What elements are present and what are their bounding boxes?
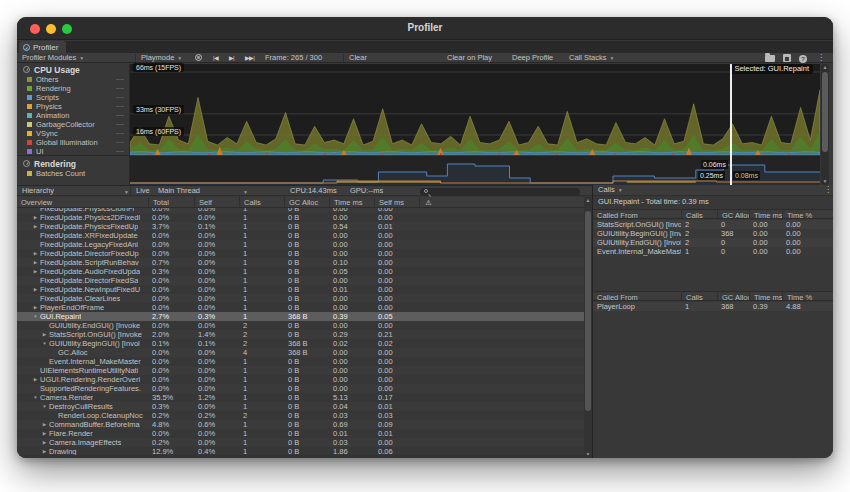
column-header-called-from[interactable]: Called From [593, 292, 681, 300]
legend-item-rendering[interactable]: Rendering [17, 84, 129, 93]
last-frame-button[interactable]: ▶▶| [245, 53, 254, 63]
legend-item-global-illumination[interactable]: Global Illumination [17, 138, 129, 147]
prev-frame-button[interactable]: |◀ [213, 53, 218, 63]
cpu-chart[interactable] [130, 64, 820, 155]
column-header-self[interactable]: Self [194, 197, 239, 207]
live-toggle[interactable]: Live [136, 186, 150, 196]
module-rendering-header[interactable]: Rendering [17, 158, 130, 169]
thread-dropdown[interactable]: Main Thread [158, 186, 200, 196]
table-row[interactable]: ▶StatsScript.OnGUI() [Invoke2.0%1.4%20 B… [17, 330, 592, 339]
table-row[interactable]: FixedUpdate.DirectorFixedSa0.0%0.0%10 B0… [17, 276, 592, 285]
foldout-closed-icon[interactable]: ▶ [31, 249, 40, 258]
table-row[interactable]: ▶FixedUpdate.DirectorFixedUp0.0%0.0%10 B… [17, 249, 592, 258]
table-row[interactable]: ▶Flare.Render0.0%0.0%10 B0.010.01 [17, 429, 592, 438]
legend-item-garbagecollector[interactable]: GarbageCollector [17, 120, 129, 129]
foldout-closed-icon[interactable]: ▶ [40, 330, 49, 339]
clear-on-play-toggle[interactable]: Clear on Play [447, 53, 492, 63]
table-row[interactable]: StatsScript.OnGUI() [Invok200.000.00 [593, 220, 833, 229]
record-button[interactable] [195, 53, 202, 63]
column-header-time-ms[interactable]: Time ms [749, 210, 782, 218]
table-row[interactable]: FixedUpdate.ClearLines0.0%0.0%10 B0.000.… [17, 294, 592, 303]
table-row[interactable]: ▶FixedUpdate.ScriptRunBehav0.7%0.0%10 B0… [17, 258, 592, 267]
table-row[interactable]: UIElementsRuntimeUtilityNati0.0%0.0%10 B… [17, 366, 592, 375]
legend-item-vsync[interactable]: VSync [17, 129, 129, 138]
table-row[interactable]: Event.Internal_MakeMaster0.0%0.0%10 B0.0… [17, 357, 592, 366]
deep-profile-toggle[interactable]: Deep Profile [512, 53, 553, 63]
table-row[interactable]: ▶FixedUpdate.PhysicsFixedUp3.7%0.1%10 B0… [17, 222, 592, 231]
clear-button[interactable]: Clear [349, 53, 367, 63]
column-header-total[interactable]: Total [148, 197, 194, 207]
foldout-open-icon[interactable]: ▼ [40, 402, 49, 411]
column-header-time-ms[interactable]: Time ms [749, 292, 782, 300]
column-header-time-%[interactable]: Time % [782, 210, 816, 218]
column-header-calls[interactable]: Calls [681, 292, 717, 300]
column-header-gc-alloc[interactable]: GC Alloc [717, 210, 749, 218]
table-row[interactable]: ▶UGUI.Rendering.RenderOverl0.0%0.0%10 B0… [17, 375, 592, 384]
scroll-up-icon[interactable]: ▲ [821, 64, 829, 71]
table-row[interactable]: GUIUtility.EndGUI() [Invoke0.0%0.0%20 B0… [17, 321, 592, 330]
target-mode-dropdown[interactable]: Playmode▼ [141, 53, 182, 63]
table-row[interactable]: ▶Camera.ImageEffects0.2%0.0%10 B0.030.00 [17, 438, 592, 447]
table-row[interactable]: ▼GUI.Repaint2.7%0.3%1368 B0.390.05 [17, 312, 592, 321]
save-profile-button[interactable] [783, 53, 791, 63]
table-row[interactable]: ▼DestroyCullResults0.3%0.0%10 B0.040.01 [17, 402, 592, 411]
foldout-closed-icon[interactable]: ▶ [31, 375, 40, 384]
table-row[interactable]: ▶CommandBuffer.BeforeIma4.8%0.6%10 B0.69… [17, 420, 592, 429]
table-row[interactable]: GUIUtility.EndGUI() [Invok200.000.00 [593, 238, 833, 247]
foldout-closed-icon[interactable]: ▶ [31, 222, 40, 231]
scrollbar-thumb[interactable] [585, 211, 591, 411]
legend-item-physics[interactable]: Physics [17, 102, 129, 111]
table-row[interactable]: RenderLoop.CleanupNoc0.2%0.2%20 B0.030.0… [17, 411, 592, 420]
column-header-calls[interactable]: Calls [681, 210, 717, 218]
column-header-overview[interactable]: Overview [17, 197, 148, 207]
details-menu-button[interactable]: ⋮ [824, 185, 832, 195]
hierarchy-scrollbar[interactable]: ▲ ▼ [584, 197, 592, 458]
search-input[interactable] [420, 188, 580, 196]
column-header-calls[interactable]: Calls [239, 197, 284, 207]
foldout-closed-icon[interactable]: ▶ [40, 420, 49, 429]
legend-item-others[interactable]: Others [17, 75, 129, 84]
table-row[interactable]: ▼Camera.Render35.5%1.2%10 B5.130.17 [17, 393, 592, 402]
table-row[interactable]: FixedUpdate.XRFixedUpdate0.0%0.0%10 B0.0… [17, 231, 592, 240]
table-row[interactable]: Event.Internal_MakeMaste100.000.00 [593, 247, 833, 256]
legend-item-batches-count[interactable]: Batches Count [17, 169, 130, 178]
details-mode-dropdown[interactable]: Calls▼ [598, 185, 623, 195]
tab-profiler[interactable]: Profiler [19, 41, 66, 53]
legend-item-animation[interactable]: Animation [17, 111, 129, 120]
foldout-closed-icon[interactable]: ▶ [31, 303, 40, 312]
table-row[interactable]: GC.Alloc0.0%0.0%4368 B0.000.00 [17, 348, 592, 357]
column-header-gc-alloc[interactable]: GC Alloc [717, 292, 749, 300]
frame-marker-line[interactable] [730, 64, 732, 185]
module-cpu-usage[interactable]: CPU Usage [17, 64, 129, 75]
profiler-modules-dropdown[interactable]: Profiler Modules▼ [22, 53, 84, 63]
column-header-self-ms[interactable]: Self ms [374, 197, 419, 207]
next-frame-button[interactable]: ▶| [229, 53, 234, 63]
scrollbar-thumb[interactable] [822, 72, 828, 152]
legend-item-scripts[interactable]: Scripts [17, 93, 129, 102]
foldout-closed-icon[interactable]: ▶ [31, 258, 40, 267]
gc-warning-icon[interactable]: ⚠ [419, 197, 437, 207]
help-button[interactable]: ? [799, 53, 807, 63]
foldout-open-icon[interactable]: ▼ [40, 339, 49, 348]
table-row[interactable]: SupportedRenderingFeatures.0.0%0.0%10 B0… [17, 384, 592, 393]
foldout-closed-icon[interactable]: ▶ [31, 267, 40, 276]
column-header-gc-alloc[interactable]: GC Alloc [284, 197, 329, 207]
foldout-open-icon[interactable]: ▼ [31, 393, 40, 402]
table-row[interactable]: GUIUtility.BeginGUI() [Invc23680.000.00 [593, 229, 833, 238]
table-row[interactable]: PlayerLoop13680.394.88 [593, 302, 833, 311]
call-stacks-dropdown[interactable]: Call Stacks▼ [569, 53, 614, 63]
view-mode-dropdown[interactable]: Hierarchy [22, 186, 54, 196]
table-row[interactable]: ▶PlayerEndOfFrame0.0%0.0%10 B0.000.00 [17, 303, 592, 312]
scroll-down-icon[interactable]: ▼ [821, 178, 829, 185]
foldout-open-icon[interactable]: ▼ [31, 312, 40, 321]
table-row[interactable]: ▼GUIUtility.BeginGUI() [Invol0.1%0.1%236… [17, 339, 592, 348]
foldout-closed-icon[interactable]: ▶ [40, 438, 49, 447]
titlebar[interactable]: Profiler [17, 17, 833, 40]
table-row[interactable]: ▶FixedUpdate.AudioFixedUpda0.3%0.0%10 B0… [17, 267, 592, 276]
table-row[interactable]: ▶FixedUpdate.Physics2DFixedl0.0%0.0%10 B… [17, 213, 592, 222]
foldout-closed-icon[interactable]: ▶ [31, 213, 40, 222]
table-row[interactable]: ▶FixedUpdate.NewInputFixedU0.0%0.0%10 B0… [17, 285, 592, 294]
foldout-closed-icon[interactable]: ▶ [31, 285, 40, 294]
column-header-time-%[interactable]: Time % [782, 292, 816, 300]
modules-scrollbar[interactable]: ▲ ▼ [821, 64, 829, 185]
